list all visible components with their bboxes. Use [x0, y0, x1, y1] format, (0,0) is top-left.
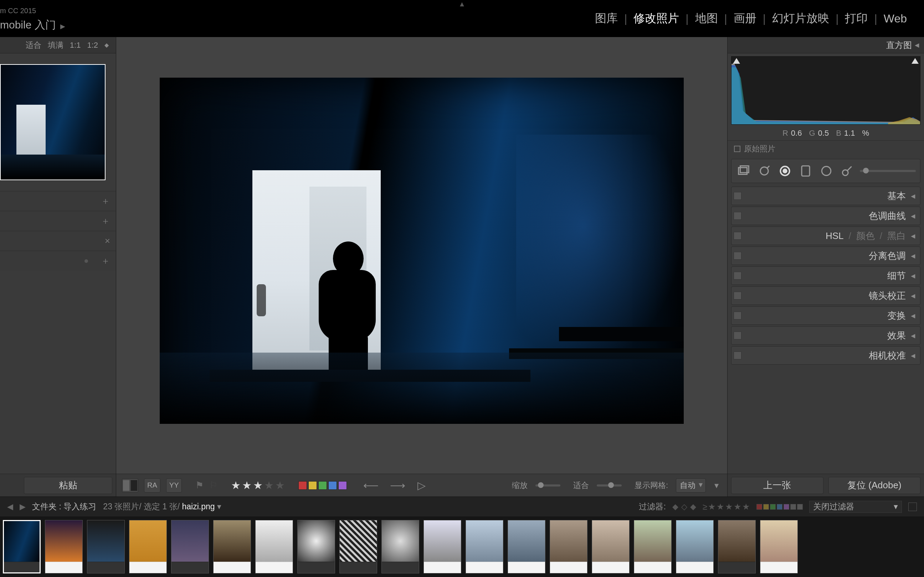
zoom-fit[interactable]: 适合 [26, 40, 41, 51]
panel-tone-curve[interactable]: 色调曲线◀ [731, 206, 921, 225]
thumbnail-14[interactable] [592, 520, 630, 574]
color-label-4[interactable] [338, 481, 347, 490]
zoom-slider[interactable] [535, 484, 561, 487]
redeye-tool-icon[interactable] [777, 163, 793, 179]
filter-swatch-5[interactable] [790, 504, 796, 510]
panel-switch-icon[interactable] [733, 332, 741, 339]
chevron-down-icon[interactable]: ▾ [217, 502, 221, 511]
play-slideshow-icon[interactable]: ▷ [414, 479, 429, 492]
thumbnail-1[interactable] [45, 520, 83, 574]
paste-button[interactable]: 粘贴 [24, 477, 112, 494]
mobile-link[interactable]: mobile 入门 ▶ [0, 15, 65, 32]
before-after-ra-button[interactable]: RA [144, 478, 160, 493]
thumbnail-15[interactable] [634, 520, 672, 574]
collections-panel-collapsed[interactable]: ＋ [0, 251, 116, 271]
panel-switch-icon[interactable] [733, 272, 741, 280]
panel-switch-icon[interactable] [733, 192, 741, 200]
spot-tool-icon[interactable] [756, 163, 772, 179]
color-label-0[interactable] [298, 481, 307, 490]
filter-swatch-4[interactable] [783, 504, 789, 510]
thumbnail-0[interactable] [3, 520, 40, 574]
thumbnail-3[interactable] [129, 520, 167, 574]
next-photo-icon[interactable]: ⟶ [387, 479, 408, 492]
thumbnail-8[interactable] [339, 520, 377, 574]
panel-switch-icon[interactable] [733, 312, 741, 319]
panel-switch-icon[interactable] [733, 292, 741, 300]
checkbox-icon[interactable] [734, 146, 740, 152]
previous-button[interactable]: 上一张 [731, 477, 824, 494]
fit-slider[interactable] [597, 484, 622, 487]
toolbar-menu-icon[interactable]: ▾ [712, 480, 722, 490]
brush-tool-icon[interactable] [839, 163, 855, 179]
panel-split-toning[interactable]: 分离色调◀ [731, 247, 921, 265]
filter-flags[interactable]: ◆◇◆ [672, 502, 696, 511]
before-after-yy-button[interactable]: YY [166, 478, 182, 493]
thumbnail-11[interactable] [465, 520, 503, 574]
zoom-fill[interactable]: 填满 [48, 40, 63, 51]
star-1[interactable]: ★ [231, 479, 241, 492]
module-画册[interactable]: 画册 [727, 11, 763, 26]
thumbnail-6[interactable] [255, 520, 293, 574]
panel-detail[interactable]: 细节◀ [731, 266, 921, 285]
thumbnail-7[interactable] [297, 520, 335, 574]
thumbnail-13[interactable] [550, 520, 588, 574]
filter-swatch-0[interactable] [756, 504, 762, 510]
module-地图[interactable]: 地图 [689, 11, 724, 26]
plus-icon[interactable]: ＋ [101, 195, 110, 207]
reset-button[interactable]: 复位 (Adobe) [829, 477, 921, 494]
filmstrip-back-icon[interactable]: ◀ [7, 502, 13, 511]
crop-tool-icon[interactable] [736, 163, 751, 179]
color-label-3[interactable] [328, 481, 337, 490]
thumbnail-4[interactable] [171, 520, 209, 574]
thumbnail-17[interactable] [718, 520, 756, 574]
histogram-header[interactable]: 直方图 ◀ [728, 37, 924, 53]
rating-stars[interactable]: ★★★★★ [231, 479, 285, 492]
module-图库[interactable]: 图库 [588, 11, 624, 26]
filmstrip-path[interactable]: 文件夹 : 导入练习 23 张照片/ 选定 1 张/ haizi.png ▾ [32, 501, 221, 512]
star-5[interactable]: ★ [275, 479, 285, 492]
flag-pick-icon[interactable]: ⚑ [195, 480, 204, 491]
grid-select[interactable]: 自动 [676, 478, 706, 493]
filmstrip[interactable] [0, 516, 924, 577]
color-label-swatches[interactable] [298, 481, 347, 490]
star-2[interactable]: ★ [242, 479, 252, 492]
filter-lock-icon[interactable] [908, 503, 917, 511]
radial-filter-tool-icon[interactable] [819, 163, 834, 179]
plus-icon[interactable]: ＋ [101, 255, 110, 267]
star-3[interactable]: ★ [253, 479, 263, 492]
panel-effects[interactable]: 效果◀ [731, 326, 921, 345]
module-修改照片[interactable]: 修改照片 [627, 11, 685, 26]
thumbnail-12[interactable] [508, 520, 545, 574]
zoom-1-1[interactable]: 1:1 [70, 40, 81, 50]
zoom-menu-icon[interactable]: ◆ [105, 42, 109, 48]
module-幻灯片放映[interactable]: 幻灯片放映 [766, 11, 835, 26]
panel-switch-icon[interactable] [733, 351, 741, 359]
module-Web[interactable]: Web [877, 12, 913, 25]
tool-slider[interactable] [860, 170, 916, 172]
close-icon[interactable]: × [105, 235, 110, 247]
grad-filter-tool-icon[interactable] [798, 163, 814, 179]
panel-switch-icon[interactable] [733, 232, 741, 240]
plus-icon[interactable]: ＋ [101, 215, 110, 227]
panel-transform[interactable]: 变换◀ [731, 306, 921, 325]
thumbnail-16[interactable] [676, 520, 714, 574]
history-panel-collapsed[interactable]: × [0, 231, 116, 251]
filter-preset-select[interactable]: 关闭过滤器▾ [809, 501, 902, 513]
panel-lens-corrections[interactable]: 镜头校正◀ [731, 286, 921, 305]
module-打印[interactable]: 打印 [838, 11, 874, 26]
panel-switch-icon[interactable] [733, 212, 741, 220]
histogram[interactable] [731, 56, 921, 125]
filter-stars[interactable]: ≥★★★★★ [703, 502, 750, 512]
prev-photo-icon[interactable]: ⟵ [360, 479, 381, 492]
copy-button-cropped[interactable] [0, 474, 22, 496]
thumbnail-10[interactable] [423, 520, 461, 574]
color-label-1[interactable] [309, 481, 317, 490]
star-4[interactable]: ★ [264, 479, 274, 492]
panel-camera-calibration[interactable]: 相机校准◀ [731, 346, 921, 365]
snapshots-panel-collapsed[interactable]: ＋ [0, 211, 116, 231]
color-label-2[interactable] [318, 481, 327, 490]
filter-swatch-2[interactable] [770, 504, 776, 510]
filter-swatch-1[interactable] [763, 504, 769, 510]
panel-hsl[interactable]: HSL/ 颜色/ 黑白 ◀ [731, 227, 921, 245]
filter-swatch-6[interactable] [797, 504, 803, 510]
